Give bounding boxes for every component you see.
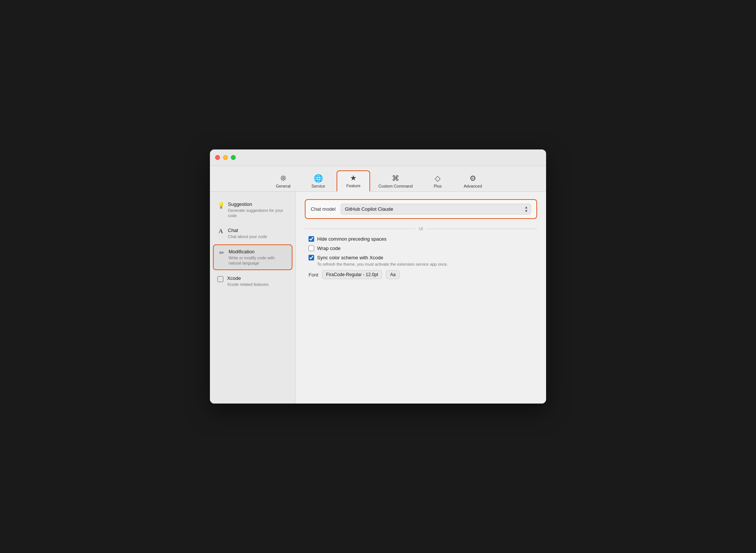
- sync-color-hint: To refresh the theme, you must activate …: [317, 262, 533, 266]
- xcode-checkbox-icon: [217, 276, 223, 282]
- tab-service[interactable]: 🌐 Service: [301, 172, 335, 191]
- sync-color-row: Sync color scheme with Xcode: [309, 255, 533, 260]
- tab-bar: ❊ General 🌐 Service ★ Feature ⌘ Custom C…: [210, 166, 546, 192]
- ui-section-label: UI: [419, 226, 423, 231]
- modification-icon: ✏: [218, 249, 225, 256]
- settings-section: Hide common preceding spaces Wrap code S…: [305, 236, 537, 279]
- service-icon: 🌐: [314, 174, 323, 182]
- tab-service-label: Service: [312, 184, 325, 188]
- chat-model-select-wrapper: GitHub Copilot Claude GPT-4 GPT-3.5 ▲ ▼: [341, 204, 531, 214]
- tab-general-label: General: [276, 184, 291, 188]
- font-label: Font: [309, 272, 318, 278]
- tab-general[interactable]: ❊ General: [266, 172, 300, 191]
- maximize-button[interactable]: [231, 155, 236, 160]
- sync-color-label: Sync color scheme with Xcode: [317, 255, 383, 260]
- tab-custom-command[interactable]: ⌘ Custom Command: [372, 172, 419, 191]
- font-value[interactable]: FiraCode-Regular - 12.0pt: [322, 270, 382, 279]
- hide-spaces-checkbox[interactable]: [309, 236, 314, 242]
- content-panel: Chat model GitHub Copilot Claude GPT-4 G…: [296, 192, 546, 404]
- minimize-button[interactable]: [223, 155, 228, 160]
- custom-command-icon: ⌘: [392, 174, 399, 182]
- main-content: 💡 Suggestion Generate suggestions for yo…: [210, 192, 546, 404]
- modification-desc: Write or modify code with natural langua…: [229, 255, 287, 266]
- wrap-code-checkbox[interactable]: [309, 245, 314, 251]
- chat-icon: A: [217, 228, 224, 235]
- sidebar-item-modification[interactable]: ✏ Modification Write or modify code with…: [213, 244, 292, 271]
- tab-plus[interactable]: ◇ Plus: [421, 172, 455, 191]
- xcode-title: Xcode: [227, 275, 269, 281]
- tab-feature-label: Feature: [346, 183, 360, 188]
- sidebar-item-xcode[interactable]: Xcode Xcode related features: [213, 272, 292, 291]
- suggestion-icon: 💡: [217, 202, 224, 209]
- hide-spaces-label: Hide common preceding spaces: [317, 236, 387, 242]
- general-icon: ❊: [280, 174, 286, 182]
- suggestion-desc: Generate suggestions for your code: [228, 208, 288, 219]
- traffic-lights: [215, 155, 236, 160]
- sidebar-item-suggestion[interactable]: 💡 Suggestion Generate suggestions for yo…: [213, 198, 292, 222]
- font-aa[interactable]: Aa: [386, 270, 400, 279]
- main-window: ❊ General 🌐 Service ★ Feature ⌘ Custom C…: [210, 149, 546, 404]
- title-bar: [210, 149, 546, 166]
- chat-model-label: Chat model: [311, 206, 335, 212]
- tab-custom-command-label: Custom Command: [378, 184, 413, 188]
- close-button[interactable]: [215, 155, 220, 160]
- chat-title: Chat: [228, 228, 267, 233]
- chat-model-select[interactable]: GitHub Copilot Claude GPT-4 GPT-3.5: [341, 204, 531, 214]
- chat-desc: Chat about your code: [228, 234, 267, 239]
- tab-advanced-label: Advanced: [464, 184, 482, 188]
- advanced-icon: ⚙: [470, 174, 476, 182]
- xcode-desc: Xcode related features: [227, 282, 269, 287]
- hide-spaces-row: Hide common preceding spaces: [309, 236, 533, 242]
- feature-icon: ★: [350, 174, 357, 182]
- tab-plus-label: Plus: [434, 184, 441, 188]
- suggestion-title: Suggestion: [228, 201, 288, 207]
- sidebar: 💡 Suggestion Generate suggestions for yo…: [210, 192, 296, 404]
- plus-icon: ◇: [435, 174, 440, 182]
- wrap-code-row: Wrap code: [309, 245, 533, 251]
- tab-feature[interactable]: ★ Feature: [337, 170, 370, 192]
- modification-title: Modification: [229, 249, 287, 254]
- wrap-code-label: Wrap code: [317, 245, 341, 251]
- chat-model-row: Chat model GitHub Copilot Claude GPT-4 G…: [305, 199, 537, 219]
- ui-section-divider: UI: [305, 226, 537, 231]
- font-row: Font FiraCode-Regular - 12.0pt Aa: [309, 270, 533, 279]
- sync-color-checkbox[interactable]: [309, 255, 314, 260]
- tab-advanced[interactable]: ⚙ Advanced: [456, 172, 490, 191]
- sidebar-item-chat[interactable]: A Chat Chat about your code: [213, 224, 292, 243]
